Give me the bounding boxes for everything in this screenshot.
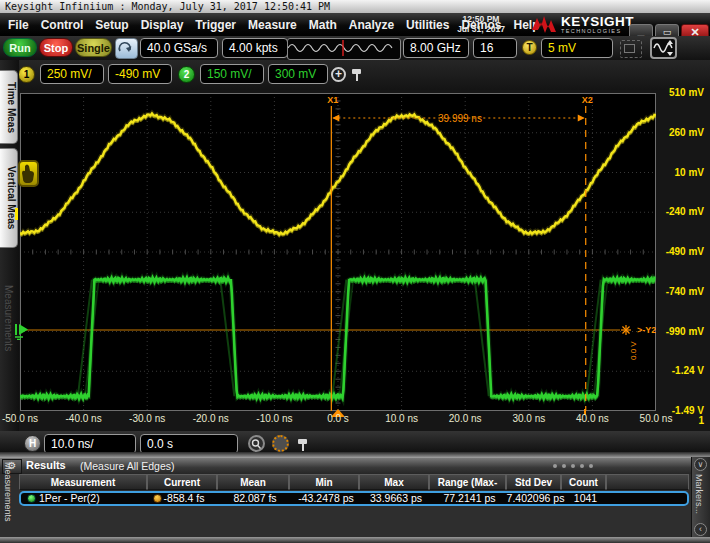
menu-trigger[interactable]: Trigger: [195, 18, 236, 32]
column-header-max[interactable]: Max: [359, 474, 429, 490]
clock: 12:50 PM Jul 31, 2017: [438, 14, 524, 34]
intensity-button[interactable]: [272, 435, 289, 452]
window-bottom-edge: [0, 537, 710, 543]
y-tick-label: -990 mV: [656, 326, 704, 337]
menu-math[interactable]: Math: [309, 18, 337, 32]
column-header-std-dev[interactable]: Std Dev: [506, 474, 561, 490]
measurements-watermark: Measurements: [3, 285, 14, 351]
column-header-min[interactable]: Min: [289, 474, 359, 490]
memory-depth-field[interactable]: 4.00 kpts: [222, 38, 288, 58]
y-tick-label: -240 mV: [656, 206, 704, 217]
run-button[interactable]: Run: [3, 38, 37, 57]
column-header-measurement[interactable]: Measurement: [19, 474, 147, 490]
y-tick-label: 10 mV: [656, 167, 704, 178]
x-tick-label: -40.0 ns: [58, 413, 110, 424]
right-tab-strip: ∨ Markers... ‹: [691, 457, 710, 537]
menu-analyze[interactable]: Analyze: [349, 18, 394, 32]
window-titlebar: Keysight Infiniium : Monday, July 31, 20…: [0, 0, 710, 13]
x-tick-label: 30.0 ns: [503, 413, 555, 424]
x-tick-label: 40.0 ns: [566, 413, 618, 424]
channel2-badge[interactable]: 2: [178, 66, 195, 83]
measurements-side-tab[interactable]: Measurements: [3, 462, 13, 522]
keysight-spark-icon: [531, 14, 557, 34]
clock-time: 12:50 PM: [438, 14, 524, 24]
tab-time-meas[interactable]: Time Meas: [0, 70, 18, 144]
menu-bar: FileControlSetupDisplayTriggerMeasureMat…: [0, 13, 710, 36]
hbar-pin-icon[interactable]: [298, 439, 307, 444]
waveform-preview-icon: [288, 39, 398, 57]
markers-side-tab[interactable]: Markers...: [694, 474, 704, 514]
channel2-scale-field[interactable]: 150 mV/: [200, 64, 264, 84]
tab-highlight-notch: [15, 208, 18, 220]
measurement-value: 1041: [541, 493, 631, 504]
x-tick-label: 50.0 ns: [630, 413, 682, 424]
tab-vertical-meas[interactable]: Vertical Meas: [0, 148, 18, 248]
stop-button[interactable]: Stop: [39, 38, 73, 57]
ch1-ground-handle[interactable]: [18, 160, 39, 187]
delta-time-readout: 39.999 ns: [438, 113, 482, 124]
ch2-ground-marker[interactable]: [14, 322, 30, 344]
results-column-headers: MeasurementCurrentMeanMinMaxRange (Max-M…: [19, 457, 690, 490]
column-header-mean[interactable]: Mean: [217, 474, 289, 490]
menu-measure[interactable]: Measure: [248, 18, 297, 32]
magnifier-icon: [250, 438, 263, 451]
results-panel: ⚙ Results (Measure All Edges) Measuremen…: [0, 457, 710, 537]
x2-marker-label: X2: [582, 95, 593, 105]
waveform-display[interactable]: >-Y20.0 VX1X239.999 ns: [20, 93, 656, 411]
x-tick-label: 10.0 ns: [376, 413, 428, 424]
acq-count-field[interactable]: 16: [473, 38, 517, 58]
x-tick-label: -10.0 ns: [248, 413, 300, 424]
pin-icon[interactable]: [352, 69, 361, 74]
y-tick-label: -490 mV: [656, 246, 704, 257]
y-tick-label: 510 mV: [656, 87, 704, 98]
menu-file[interactable]: File: [8, 18, 29, 32]
menu-control[interactable]: Control: [41, 18, 84, 32]
channel2-offset-field[interactable]: 300 mV: [268, 64, 328, 84]
column-header-filler: [606, 474, 689, 490]
y-tick-label: -740 mV: [656, 286, 704, 297]
y-tick-label: 260 mV: [656, 127, 704, 138]
x-tick-label: 20.0 ns: [439, 413, 491, 424]
x-tick-label: 0.0 s: [312, 413, 364, 424]
trigger-badge[interactable]: T: [522, 40, 537, 55]
trigger-level-field[interactable]: 5 mV: [541, 38, 613, 58]
zoom-search-button[interactable]: [248, 435, 265, 452]
single-button[interactable]: Single: [75, 38, 112, 57]
delta-arrow-right: [578, 115, 585, 122]
channel1-offset-field[interactable]: -490 mV: [108, 64, 172, 84]
window-title: Keysight Infiniium : Monday, July 31, 20…: [5, 1, 330, 12]
menu-setup[interactable]: Setup: [95, 18, 128, 32]
channel1-badge[interactable]: 1: [18, 66, 35, 83]
collapse-down-button[interactable]: ∨: [694, 458, 707, 471]
column-header-current[interactable]: Current: [147, 474, 217, 490]
measurement-name: 1Per - Per(2): [39, 493, 151, 504]
channel1-scale-field[interactable]: 250 mV/: [40, 64, 104, 84]
channel-bar: 1 250 mV/ -490 mV 2 150 mV/ 300 mV +: [0, 60, 710, 90]
curved-arrow-icon: [116, 39, 135, 56]
add-channel-button[interactable]: +: [331, 67, 346, 82]
horizontal-badge[interactable]: H: [24, 435, 41, 452]
x-tick-label: -50.0 ns: [0, 413, 46, 424]
ground-arrow-icon: [14, 322, 30, 340]
collapse-left-button[interactable]: ‹: [694, 523, 707, 536]
sample-rate-field[interactable]: 40.0 GSa/s: [140, 38, 218, 58]
acquisition-preview: [287, 38, 401, 60]
delta-arrow-left: [332, 115, 339, 122]
timebase-scale-field[interactable]: 10.0 ns/: [44, 434, 136, 454]
column-header-count[interactable]: Count: [561, 474, 606, 490]
zoom-region-icon[interactable]: [620, 40, 642, 58]
x-tick-label: -20.0 ns: [185, 413, 237, 424]
timebase-position-field[interactable]: 0.0 s: [140, 434, 238, 454]
menu-display[interactable]: Display: [141, 18, 184, 32]
column-header-range-max-min-[interactable]: Range (Max-Min): [429, 474, 506, 490]
measurement-row[interactable]: 1Per - Per(2) -858.4 fs82.087 fs-43.2478…: [19, 491, 689, 506]
clear-display-button[interactable]: [115, 38, 138, 59]
oscilloscope-app: Keysight Infiniium : Monday, July 31, 20…: [0, 0, 710, 543]
clock-date: Jul 31, 2017: [438, 24, 524, 34]
bandwidth-field[interactable]: 8.00 GHz: [403, 38, 469, 58]
acquisition-toolbar: Run Stop Single 40.0 GSa/s 4.00 kpts 8.0…: [0, 36, 710, 60]
measurement-status-dot: [27, 494, 36, 503]
y2-marker-value: 0.0 V: [629, 341, 638, 360]
hand-icon: [20, 162, 37, 185]
autoscale-button[interactable]: [650, 37, 677, 59]
